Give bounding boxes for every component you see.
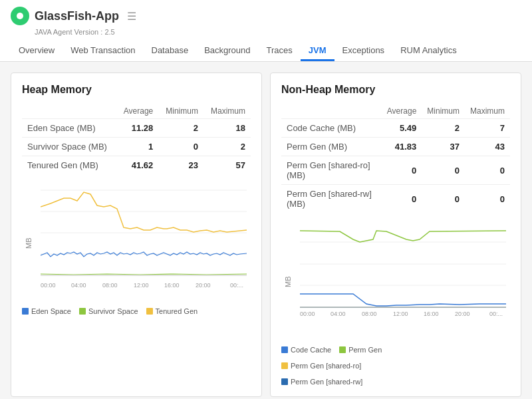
heap-legend: Eden Space Survivor Space Tenured Gen xyxy=(22,307,251,315)
nav-traces[interactable]: Traces xyxy=(259,41,301,61)
legend-codecache-dot xyxy=(281,346,288,353)
nonheap-table: Average Minimum Maximum Code Cache (MB) … xyxy=(281,104,510,213)
svg-text:08:00: 08:00 xyxy=(102,282,118,289)
heap-table: Average Minimum Maximum Eden Space (MB) … xyxy=(22,104,251,174)
nonheap-row0-max: 7 xyxy=(465,119,510,138)
legend-permgen-dot xyxy=(339,346,346,353)
nonheap-legend: Code Cache Perm Gen Perm Gen [shared-ro]… xyxy=(281,346,510,386)
nav-database[interactable]: Database xyxy=(144,41,197,61)
nonheap-col-avg: Average xyxy=(382,104,422,119)
heap-row1-label: Survivor Space (MB) xyxy=(22,138,116,156)
svg-text:16:00: 16:00 xyxy=(164,282,180,289)
nonheap-y-label: MB xyxy=(284,274,292,287)
legend-tenured: Tenured Gen xyxy=(146,307,198,315)
heap-row0-min: 2 xyxy=(158,119,203,138)
nonheap-row1-avg: 41.83 xyxy=(382,138,422,156)
nav-web-transaction[interactable]: Web Transaction xyxy=(63,41,143,61)
svg-text:00:...: 00:... xyxy=(489,311,503,317)
app-menu-icon[interactable]: ☰ xyxy=(127,10,136,23)
heap-col-avg: Average xyxy=(116,104,158,119)
legend-survivor: Survivor Space xyxy=(79,307,138,315)
nonheap-row3-avg: 0 xyxy=(382,185,422,213)
heap-row2-max: 57 xyxy=(203,156,251,175)
app-header: GlassFish-App ☰ JAVA Agent Version : 2.5… xyxy=(0,0,532,62)
table-row: Perm Gen (MB) 41.83 37 43 xyxy=(281,138,510,156)
nonheap-row1-label: Perm Gen (MB) xyxy=(281,138,382,156)
app-version: JAVA Agent Version : 2.5 xyxy=(35,28,521,36)
legend-codecache: Code Cache xyxy=(281,346,331,354)
nonheap-row1-max: 43 xyxy=(465,138,510,156)
heap-row0-label: Eden Space (MB) xyxy=(22,119,116,138)
heap-memory-card: Heap Memory Average Minimum Maximum Eden… xyxy=(11,72,262,397)
legend-permgen-rw: Perm Gen [shared-rw] xyxy=(281,378,362,386)
heap-col-min: Minimum xyxy=(158,104,203,119)
legend-survivor-label: Survivor Space xyxy=(88,307,138,315)
table-row: Code Cache (MB) 5.49 2 7 xyxy=(281,119,510,138)
nav-jvm[interactable]: JVM xyxy=(301,41,334,61)
nonheap-row3-label: Perm Gen [shared-rw] (MB) xyxy=(281,185,382,213)
table-row: Eden Space (MB) 11.28 2 18 xyxy=(22,119,251,138)
nav-exceptions[interactable]: Exceptions xyxy=(334,41,393,61)
app-name: GlassFish-App xyxy=(35,9,119,23)
heap-row2-min: 23 xyxy=(158,156,203,175)
table-row: Survivor Space (MB) 1 0 2 xyxy=(22,138,251,156)
nonheap-row2-label: Perm Gen [shared-ro] (MB) xyxy=(281,156,382,185)
nonheap-row1-min: 37 xyxy=(422,138,465,156)
heap-row0-max: 18 xyxy=(203,119,251,138)
heap-chart: MB 0 20 40 60 xyxy=(22,182,251,302)
heap-row1-avg: 1 xyxy=(116,138,158,156)
legend-permgen-rw-label: Perm Gen [shared-rw] xyxy=(291,378,362,386)
svg-text:04:00: 04:00 xyxy=(331,311,346,317)
app-icon xyxy=(11,7,29,25)
nav-rum-analytics[interactable]: RUM Analytics xyxy=(392,41,465,61)
table-row: Perm Gen [shared-rw] (MB) 0 0 0 xyxy=(281,185,510,213)
heap-title: Heap Memory xyxy=(22,84,251,96)
heap-col-metric xyxy=(22,104,116,119)
nonheap-memory-card: Non-Heap Memory Average Minimum Maximum … xyxy=(270,72,521,397)
legend-permgen-ro-label: Perm Gen [shared-ro] xyxy=(291,362,361,370)
svg-text:12:00: 12:00 xyxy=(393,311,408,317)
legend-tenured-label: Tenured Gen xyxy=(156,307,198,315)
nonheap-title: Non-Heap Memory xyxy=(281,84,510,96)
svg-text:16:00: 16:00 xyxy=(424,311,439,317)
nonheap-chart: MB 0 10 20 30 40 xyxy=(281,221,510,340)
svg-text:08:00: 08:00 xyxy=(362,311,377,317)
legend-tenured-dot xyxy=(146,308,153,315)
main-nav: Overview Web Transaction Database Backgr… xyxy=(11,41,521,61)
nonheap-row0-avg: 5.49 xyxy=(382,119,422,138)
nonheap-row2-max: 0 xyxy=(465,156,510,185)
nonheap-row3-max: 0 xyxy=(465,185,510,213)
svg-text:20:00: 20:00 xyxy=(455,311,470,317)
svg-text:04:00: 04:00 xyxy=(71,282,86,289)
svg-text:12:00: 12:00 xyxy=(134,282,149,289)
nonheap-row3-min: 0 xyxy=(422,185,465,213)
svg-text:20:00: 20:00 xyxy=(196,282,211,289)
legend-permgen-ro: Perm Gen [shared-ro] xyxy=(281,362,510,370)
svg-text:00:...: 00:... xyxy=(230,282,243,289)
nonheap-chart-svg: 0 10 20 30 40 00:00 04:00 xyxy=(300,221,510,319)
legend-eden: Eden Space xyxy=(22,307,71,315)
nonheap-col-metric xyxy=(281,104,382,119)
nonheap-row2-min: 0 xyxy=(422,156,465,185)
legend-permgen-rw-dot xyxy=(281,378,288,385)
legend-permgen-label: Perm Gen xyxy=(348,346,382,354)
nav-background[interactable]: Background xyxy=(196,41,258,61)
heap-row2-avg: 41.62 xyxy=(116,156,158,175)
nonheap-row0-min: 2 xyxy=(422,119,465,138)
heap-row0-avg: 11.28 xyxy=(116,119,158,138)
legend-eden-dot xyxy=(22,308,29,315)
heap-y-label: MB xyxy=(25,235,33,249)
heap-col-max: Maximum xyxy=(203,104,251,119)
legend-permgen-ro-dot xyxy=(281,362,288,369)
table-row: Tenured Gen (MB) 41.62 23 57 xyxy=(22,156,251,175)
heap-row1-min: 0 xyxy=(158,138,203,156)
nav-overview[interactable]: Overview xyxy=(11,41,63,61)
nonheap-col-min: Minimum xyxy=(422,104,465,119)
heap-row1-max: 2 xyxy=(203,138,251,156)
heap-chart-svg: 0 20 40 60 00:00 04:00 08:00 12 xyxy=(41,182,251,294)
main-content: Heap Memory Average Minimum Maximum Eden… xyxy=(0,62,532,399)
nonheap-row0-label: Code Cache (MB) xyxy=(281,119,382,138)
heap-row2-label: Tenured Gen (MB) xyxy=(22,156,116,175)
legend-codecache-label: Code Cache xyxy=(291,346,331,354)
svg-text:00:00: 00:00 xyxy=(300,311,315,317)
